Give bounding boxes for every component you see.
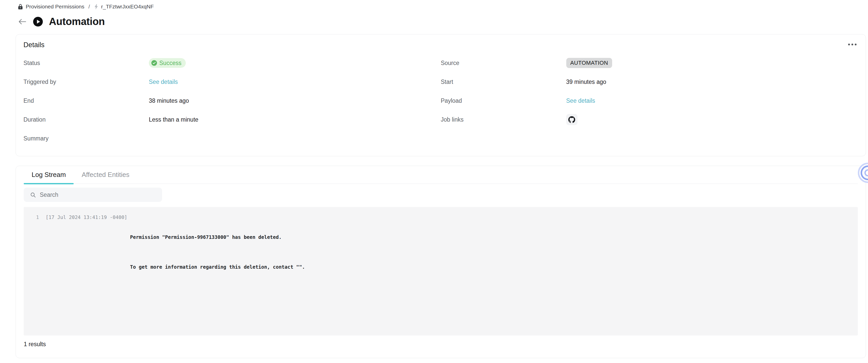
details-left-column: Status Success Triggered by bbox=[24, 54, 441, 148]
log-timestamp: [17 Jul 2024 13:41:19 -0400] bbox=[45, 212, 127, 222]
detail-row-source: Source AUTOMATION bbox=[441, 54, 858, 72]
play-icon bbox=[33, 17, 43, 27]
detail-row-job-links: Job links bbox=[441, 110, 858, 129]
breadcrumb-run: r_TFztwrJxxEO4xqNF bbox=[94, 4, 154, 10]
details-card-title: Details bbox=[24, 41, 44, 49]
detail-row-end: End 38 minutes ago bbox=[24, 91, 441, 110]
detail-label: Start bbox=[441, 79, 566, 85]
check-circle-icon bbox=[151, 60, 157, 66]
tab-affected-entities[interactable]: Affected Entities bbox=[74, 166, 137, 184]
github-icon bbox=[568, 116, 575, 123]
detail-label: End bbox=[24, 97, 149, 104]
log-viewer[interactable]: 1 [17 Jul 2024 13:41:19 -0400] Permissio… bbox=[24, 207, 858, 335]
search-icon bbox=[30, 192, 36, 198]
detail-label: Status bbox=[24, 60, 149, 66]
detail-label: Duration bbox=[24, 116, 149, 123]
details-right-column: Source AUTOMATION Start 39 minutes ago P… bbox=[441, 54, 858, 148]
detail-label: Summary bbox=[24, 135, 149, 142]
source-badge: AUTOMATION bbox=[566, 58, 612, 68]
github-link-button[interactable] bbox=[566, 114, 578, 125]
tab-label: Affected Entities bbox=[82, 171, 129, 179]
detail-row-summary: Summary bbox=[24, 129, 441, 148]
detail-row-status: Status Success bbox=[24, 54, 441, 72]
details-card: Details Status Success bbox=[16, 34, 866, 156]
payload-see-details-link[interactable]: See details bbox=[566, 97, 595, 104]
detail-label: Source bbox=[441, 60, 566, 66]
bolt-icon bbox=[94, 4, 98, 10]
details-grid: Status Success Triggered by bbox=[16, 54, 866, 148]
detail-label: Triggered by bbox=[24, 79, 149, 85]
kebab-menu-icon[interactable] bbox=[847, 41, 857, 48]
breadcrumb-separator: / bbox=[87, 4, 91, 10]
detail-row-triggered-by: Triggered by See details bbox=[24, 72, 441, 91]
breadcrumb-section-label: Provisioned Permissions bbox=[26, 4, 84, 10]
log-line-number: 1 bbox=[29, 212, 39, 222]
detail-label: Payload bbox=[441, 97, 566, 104]
log-message-line-1: Permission "Permission-9967133000" has b… bbox=[130, 232, 305, 242]
pulse-beacon[interactable] bbox=[861, 165, 868, 180]
automation-run-page: { "breadcrumb": { "section": "Provisione… bbox=[0, 0, 868, 363]
log-line: 1 [17 Jul 2024 13:41:19 -0400] Permissio… bbox=[24, 212, 858, 292]
log-search-box bbox=[24, 188, 162, 202]
breadcrumb-run-id: r_TFztwrJxxEO4xqNF bbox=[101, 4, 154, 10]
log-message: Permission "Permission-9967133000" has b… bbox=[130, 212, 305, 292]
lock-icon bbox=[18, 4, 23, 9]
tab-label: Log Stream bbox=[32, 171, 66, 179]
back-arrow-icon[interactable] bbox=[18, 18, 27, 26]
detail-row-start: Start 39 minutes ago bbox=[441, 72, 858, 91]
search-input[interactable] bbox=[40, 191, 157, 198]
duration-value: Less than a minute bbox=[149, 116, 198, 123]
breadcrumb: Provisioned Permissions / r_TFztwrJxxEO4… bbox=[18, 4, 154, 10]
tab-bar: Log Stream Affected Entities bbox=[24, 166, 858, 184]
log-message-line-2: To get more information regarding this d… bbox=[130, 262, 305, 272]
log-stream-card: Log Stream Affected Entities 1 [17 Jul 2… bbox=[16, 166, 866, 358]
status-badge-label: Success bbox=[159, 60, 181, 66]
detail-label: Job links bbox=[441, 116, 566, 123]
start-value: 39 minutes ago bbox=[566, 79, 606, 85]
status-badge: Success bbox=[149, 58, 186, 68]
end-value: 38 minutes ago bbox=[149, 97, 189, 104]
page-title: Automation bbox=[49, 16, 105, 27]
detail-row-duration: Duration Less than a minute bbox=[24, 110, 441, 129]
detail-row-payload: Payload See details bbox=[441, 91, 858, 110]
tab-log-stream[interactable]: Log Stream bbox=[24, 166, 74, 184]
results-count: 1 results bbox=[24, 341, 866, 348]
breadcrumb-provisioned-permissions[interactable]: Provisioned Permissions bbox=[18, 4, 84, 10]
triggered-by-see-details-link[interactable]: See details bbox=[149, 79, 178, 85]
page-header: Automation bbox=[18, 16, 105, 27]
